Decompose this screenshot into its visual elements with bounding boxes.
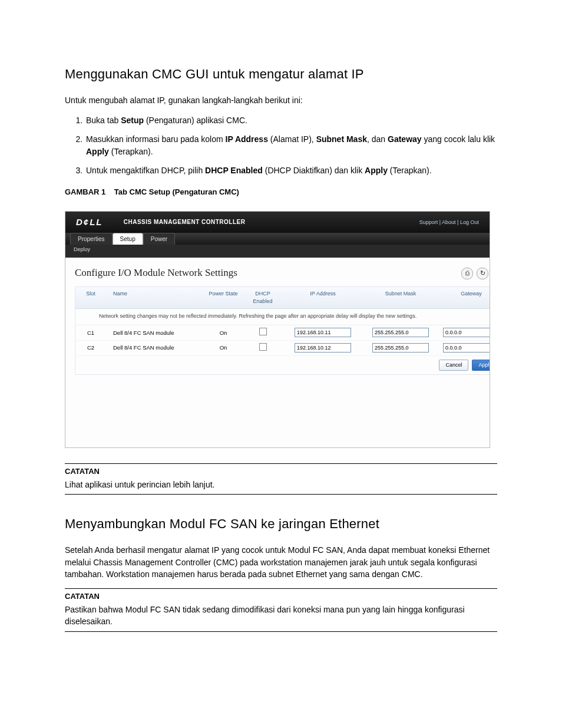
step-3: Untuk mengaktifkan DHCP, pilih DHCP Enab… xyxy=(85,164,497,176)
step-2: Masukkan informasi baru pada kolom IP Ad… xyxy=(85,133,497,157)
cell-power-state: On xyxy=(205,327,242,340)
cancel-button[interactable]: Cancel xyxy=(439,360,468,371)
ip-input[interactable] xyxy=(295,343,351,353)
heading-ethernet: Menyambungkan Modul FC SAN ke jaringan E… xyxy=(65,515,497,533)
tab-power[interactable]: Power xyxy=(143,233,175,245)
section2-body: Setelah Anda berhasil mengatur alamat IP… xyxy=(65,544,497,580)
step-1: Buka tab Setup (Pengaturan) aplikasi CMC… xyxy=(85,114,497,126)
mask-input[interactable] xyxy=(372,328,429,337)
steps-list: Buka tab Setup (Pengaturan) aplikasi CMC… xyxy=(65,114,497,176)
dhcp-checkbox[interactable] xyxy=(259,343,267,351)
note2-label: CATATAN xyxy=(65,591,497,602)
cell-name: Dell 8/4 FC SAN module xyxy=(106,341,205,354)
col-name: Name xyxy=(106,287,205,308)
cmc-main: Properties Setup Power Deploy Configure … xyxy=(65,233,490,447)
print-icon[interactable]: ⎙ xyxy=(461,268,473,279)
grid-header: Slot Name Power State DHCP Enabled IP Ad… xyxy=(75,287,490,309)
dhcp-checkbox[interactable] xyxy=(259,328,267,335)
app-name: CHASSIS MANAGEMENT CONTROLLER xyxy=(124,218,246,227)
col-ip: IP Address xyxy=(284,287,362,308)
note2-text: Pastikan bahwa Modul FC SAN tidak sedang… xyxy=(65,604,497,628)
refresh-icon[interactable]: ↻ xyxy=(477,268,488,279)
cell-name: Dell 8/4 FC SAN module xyxy=(106,327,205,340)
io-module-grid: Slot Name Power State DHCP Enabled IP Ad… xyxy=(75,286,490,375)
figure-caption: GAMBAR 1 Tab CMC Setup (Pengaturan CMC) xyxy=(65,187,497,198)
ip-input[interactable] xyxy=(295,328,351,337)
col-mask: Subnet Mask xyxy=(362,287,439,308)
cell-power-state: On xyxy=(205,341,242,354)
mask-input[interactable] xyxy=(372,343,429,353)
cmc-screenshot: D¢LL CHASSIS MANAGEMENT CONTROLLER Suppo… xyxy=(65,211,490,448)
apply-button[interactable]: Apply xyxy=(472,360,490,371)
panel-title-row: Configure I/O Module Network Settings ⎙ … xyxy=(75,266,490,281)
sub-tab-deploy[interactable]: Deploy xyxy=(65,245,490,258)
gateway-input[interactable] xyxy=(443,343,490,353)
col-power-state: Power State xyxy=(205,287,242,308)
note-block-2: CATATAN Pastikan bahwa Modul FC SAN tida… xyxy=(65,588,497,631)
note1-label: CATATAN xyxy=(65,466,497,477)
col-gateway: Gateway xyxy=(439,287,490,308)
table-row: C2Dell 8/4 FC SAN moduleOn xyxy=(75,341,490,356)
dell-logo: D¢LL xyxy=(76,216,103,229)
top-links[interactable]: Support | About | Log Out xyxy=(419,219,479,226)
grid-buttons: Cancel Apply xyxy=(75,356,490,374)
panel-title: Configure I/O Module Network Settings xyxy=(75,266,237,281)
col-dhcp: DHCP Enabled xyxy=(242,287,284,308)
tab-properties[interactable]: Properties xyxy=(70,233,113,245)
col-slot: Slot xyxy=(75,287,106,308)
cell-slot: C2 xyxy=(75,341,106,354)
heading-cmc-gui: Menggunakan CMC GUI untuk mengatur alama… xyxy=(65,65,497,84)
main-tabs: Properties Setup Power xyxy=(65,233,490,245)
intro-text: Untuk mengubah alamat IP, gunakan langka… xyxy=(65,94,497,106)
cell-slot: C1 xyxy=(75,327,106,340)
gateway-input[interactable] xyxy=(443,328,490,337)
cmc-topbar: D¢LL CHASSIS MANAGEMENT CONTROLLER Suppo… xyxy=(65,212,490,233)
note-block-1: CATATAN Lihat aplikasi untuk perincian l… xyxy=(65,463,497,495)
note1-text: Lihat aplikasi untuk perincian lebih lan… xyxy=(65,479,497,490)
table-row: C1Dell 8/4 FC SAN moduleOn xyxy=(75,325,490,341)
grid-note: Network setting changes may not be refle… xyxy=(75,309,490,325)
tab-setup[interactable]: Setup xyxy=(113,233,143,245)
